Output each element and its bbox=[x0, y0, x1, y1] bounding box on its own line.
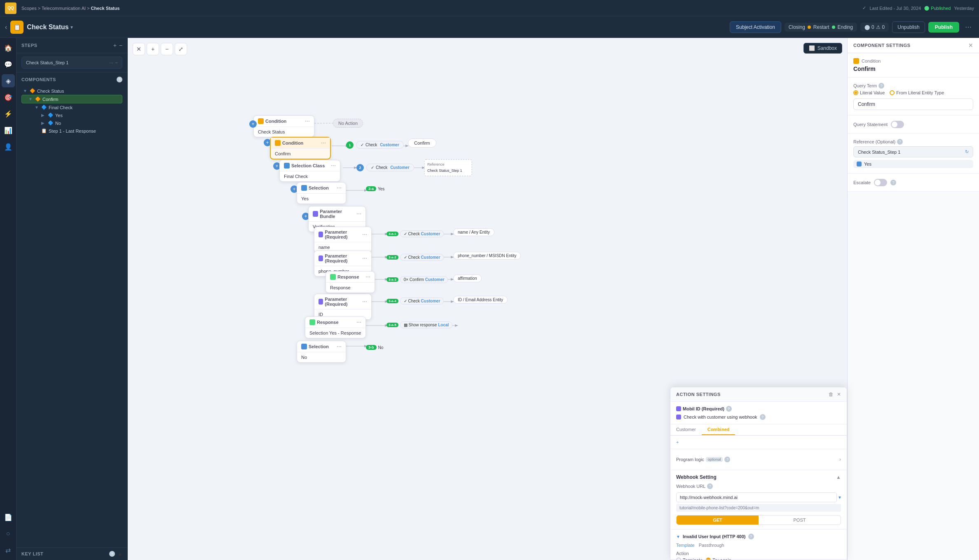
passthrough-label[interactable]: Passthrough bbox=[699, 543, 724, 548]
components-panel: COMPONENTS ? ▼ 🔶 Check Status ▼ 🔶 Confir… bbox=[16, 72, 127, 547]
query-term-input[interactable] bbox=[853, 98, 973, 110]
back-button[interactable]: ‹ bbox=[5, 23, 7, 31]
sidebar-swap[interactable]: ⇄ bbox=[2, 544, 15, 557]
tree-arrow-final: ▼ bbox=[35, 105, 40, 110]
publish-button[interactable]: Publish bbox=[928, 22, 959, 33]
node-more-verif[interactable]: ⋯ bbox=[356, 211, 361, 217]
node-more-confirm[interactable]: ⋯ bbox=[321, 140, 326, 146]
step-more-button[interactable]: ··· bbox=[109, 60, 113, 66]
node-more-final[interactable]: ⋯ bbox=[331, 163, 336, 169]
restart-dot bbox=[808, 26, 811, 29]
sandbox-button[interactable]: ⬜ Sandbox bbox=[803, 43, 842, 54]
reference-info[interactable]: ? bbox=[897, 139, 903, 145]
webhook-header[interactable]: Webhook Setting ▲ bbox=[676, 474, 841, 480]
canvas-close-button[interactable]: ✕ bbox=[133, 43, 145, 55]
node-final-check[interactable]: Selection Class ⋯ Final Check bbox=[279, 160, 340, 182]
radio-literal[interactable]: Literal Value bbox=[853, 90, 885, 95]
fit-button[interactable]: ⤢ bbox=[175, 43, 187, 55]
node-more-sel-yes[interactable]: ⋯ bbox=[337, 185, 342, 191]
query-term-info[interactable]: ? bbox=[878, 83, 884, 89]
invalid-input-info[interactable]: ? bbox=[748, 534, 754, 539]
tree-icon: 🔶 bbox=[30, 88, 35, 94]
sidebar-flow[interactable]: ◈ bbox=[2, 74, 15, 87]
node-more-menu[interactable]: ⋯ bbox=[305, 118, 310, 124]
template-label[interactable]: Template bbox=[676, 543, 695, 548]
zoom-in-button[interactable]: + bbox=[147, 43, 159, 55]
badge-3a5-check: ▦ Show response Local bbox=[400, 321, 453, 328]
sidebar-target[interactable]: 🎯 bbox=[2, 91, 15, 104]
action-close-button[interactable]: ✕ bbox=[837, 391, 841, 397]
node-more-sel-no[interactable]: ⋯ bbox=[337, 344, 342, 349]
radio-terminate[interactable]: Terminate bbox=[676, 558, 703, 560]
escalate-info[interactable]: ? bbox=[890, 180, 896, 185]
add-button-1[interactable]: + bbox=[249, 120, 257, 128]
node-response[interactable]: Response ⋯ Response bbox=[326, 271, 375, 293]
sidebar-chat[interactable]: 💬 bbox=[2, 58, 15, 71]
radio-entity[interactable]: From Literal Entity Type bbox=[890, 90, 944, 95]
badge-3a2-check: ✓ Check Customer bbox=[400, 254, 444, 261]
reference-refresh[interactable]: ↻ bbox=[965, 149, 969, 155]
node-more-sel-resp[interactable]: ⋯ bbox=[356, 319, 361, 325]
tab-combined[interactable]: Combined bbox=[702, 424, 735, 435]
zoom-out-button[interactable]: − bbox=[161, 43, 173, 55]
sidebar-circle[interactable]: ○ bbox=[2, 527, 15, 540]
node-check-status[interactable]: Condition ⋯ Check Status bbox=[253, 115, 314, 137]
webhook-url-info[interactable]: ? bbox=[707, 483, 713, 489]
node-selection-yes[interactable]: Selection ⋯ Yes bbox=[297, 182, 346, 204]
node-param-name[interactable]: Parameter (Required) ⋯ name bbox=[314, 227, 372, 253]
tree-item-confirm[interactable]: ▼ 🔶 Confirm bbox=[21, 95, 122, 103]
step-item[interactable]: Check Status_Step 1 ··· − bbox=[21, 56, 122, 69]
tree-item-final-check[interactable]: ▼ 🔷 Final Check bbox=[21, 103, 122, 111]
key-list-info-icon[interactable]: ? bbox=[109, 551, 115, 557]
tab-customer[interactable]: Customer bbox=[670, 424, 702, 435]
node-sel-yes-resp[interactable]: Response ⋯ Selection Yes - Response bbox=[305, 316, 366, 338]
node-more-name[interactable]: ⋯ bbox=[362, 232, 367, 237]
tab-bar: Customer Combined bbox=[670, 424, 847, 436]
program-logic-info[interactable]: ? bbox=[724, 457, 730, 462]
node-more-id[interactable]: ⋯ bbox=[362, 299, 367, 305]
invalid-input-header[interactable]: ▼ Invalid User Input (HTTP 400) ? bbox=[676, 534, 841, 539]
query-statement-toggle[interactable] bbox=[891, 121, 904, 128]
tree-item-last-response[interactable]: 📋 Step 1 - Last Response bbox=[21, 127, 122, 135]
method-post[interactable]: POST bbox=[759, 515, 841, 525]
tree-item-no[interactable]: ▶ 🔷 No bbox=[21, 119, 122, 127]
sidebar-home[interactable]: 🏠 bbox=[2, 41, 15, 54]
badge-3a4-num: 3-a-4 bbox=[386, 299, 398, 303]
sidebar-chart[interactable]: 📊 bbox=[2, 124, 15, 137]
reference-sub-row: Yes bbox=[853, 160, 973, 168]
comp-settings-close[interactable]: ✕ bbox=[968, 42, 973, 49]
node-param-id[interactable]: Parameter (Required) ⋯ ID bbox=[314, 294, 372, 320]
steps-title: STEPS bbox=[21, 43, 37, 48]
add-param-section[interactable]: + bbox=[670, 436, 847, 449]
steps-collapse-button[interactable]: − bbox=[119, 42, 122, 49]
key-list-collapse-button[interactable]: ▲ bbox=[117, 551, 122, 557]
confirm-result: Confirm bbox=[408, 138, 436, 148]
webhook-info-icon[interactable]: ? bbox=[760, 414, 766, 420]
webhook-url-input[interactable] bbox=[676, 492, 837, 502]
more-options-button[interactable]: ⋯ bbox=[963, 23, 974, 31]
action-delete-button[interactable]: 🗑 bbox=[829, 391, 834, 397]
tree-root: ▼ 🔶 Check Status ▼ 🔶 Confirm ▼ 🔷 Final C… bbox=[21, 86, 122, 136]
steps-add-button[interactable]: + bbox=[113, 42, 117, 49]
radio-try-again[interactable]: Try again bbox=[706, 558, 731, 560]
program-logic-chevron[interactable]: › bbox=[839, 457, 841, 462]
sidebar-user[interactable]: 👤 bbox=[2, 140, 15, 153]
components-info-icon[interactable]: ? bbox=[117, 77, 122, 82]
node-selection-no[interactable]: Selection ⋯ No bbox=[297, 341, 346, 363]
unpublish-button[interactable]: Unpublish bbox=[892, 21, 925, 33]
method-get[interactable]: GET bbox=[677, 515, 759, 525]
url-dropdown[interactable]: ▾ bbox=[838, 494, 841, 500]
action-label-row: Action Terminate Try again bbox=[676, 551, 841, 560]
tree-item-yes[interactable]: ▶ 🔷 Yes bbox=[21, 111, 122, 119]
node-more-resp[interactable]: ⋯ bbox=[365, 274, 370, 280]
sidebar-document[interactable]: 📄 bbox=[2, 511, 15, 524]
step-collapse-button[interactable]: − bbox=[115, 60, 118, 66]
title-dropdown[interactable]: ▾ bbox=[70, 24, 73, 30]
mobil-info-icon[interactable]: ? bbox=[726, 406, 732, 412]
node-confirm[interactable]: Condition ⋯ Confirm bbox=[270, 137, 331, 159]
sidebar-lightning[interactable]: ⚡ bbox=[2, 107, 15, 120]
subject-activation-button[interactable]: Subject Activation bbox=[730, 21, 781, 33]
escalate-toggle[interactable] bbox=[874, 179, 887, 186]
node-more-phone[interactable]: ⋯ bbox=[362, 255, 367, 261]
tree-item-check-status[interactable]: ▼ 🔶 Check Status bbox=[21, 87, 122, 95]
